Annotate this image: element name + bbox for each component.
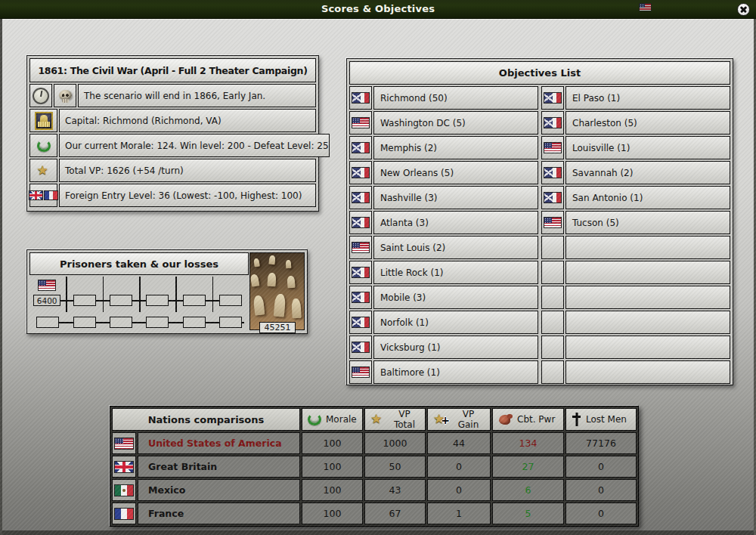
prisoners-value: 6400 xyxy=(33,295,60,306)
scenario-row: Our current Morale: 124. Win level: 200 … xyxy=(29,134,316,157)
csa-flag-icon xyxy=(352,317,370,328)
objective-row[interactable]: Washington DC (5) xyxy=(349,111,538,135)
nation-value: 44 xyxy=(427,432,491,454)
csa-flag-icon xyxy=(352,167,370,178)
close-button[interactable] xyxy=(737,3,750,16)
usa-flag-icon xyxy=(38,280,56,291)
nation-flag-cell xyxy=(112,503,136,524)
objective-row[interactable]: San Antonio (1) xyxy=(541,186,730,209)
nation-value: 100 xyxy=(302,479,363,501)
nation-value: 0 xyxy=(565,479,637,501)
nation-value: 0 xyxy=(565,503,637,524)
objective-row[interactable]: El Paso (1) xyxy=(541,86,730,110)
objective-row[interactable]: Savannah (2) xyxy=(541,161,730,184)
objective-flag-cell xyxy=(541,186,564,209)
objective-flag-cell xyxy=(349,111,372,135)
objectives-columns: Richmond (50)Washington DC (5)Memphis (2… xyxy=(349,86,730,385)
column-header-label: VP Gain xyxy=(451,409,485,430)
objective-row[interactable]: Nashville (3) xyxy=(349,186,538,209)
loss-box xyxy=(183,317,206,328)
objective-label: El Paso (1) xyxy=(565,86,730,110)
nations-header-row: Nations comparisonsMoraleVP TotalVP Gain… xyxy=(112,408,637,431)
objective-label: Nashville (3) xyxy=(373,186,538,209)
loss-box xyxy=(110,295,132,306)
objective-row[interactable]: New Orleans (5) xyxy=(349,161,538,184)
graveyard-image xyxy=(249,252,305,330)
star-plus-icon xyxy=(433,413,447,426)
objective-row[interactable]: Richmond (50) xyxy=(349,86,538,110)
csa-flag-icon xyxy=(352,292,370,303)
nation-value: 27 xyxy=(492,456,564,478)
clock-icon xyxy=(33,88,49,104)
loss-box xyxy=(110,317,132,328)
csa-flag-icon xyxy=(352,142,370,153)
column-header-label: Cbt. Pwr xyxy=(517,414,555,425)
objective-label: Saint Louis (2) xyxy=(373,236,538,259)
usa-flag-icon xyxy=(114,438,134,450)
objective-row xyxy=(541,261,730,284)
objective-label: San Antonio (1) xyxy=(565,186,730,209)
objective-row[interactable]: Louisville (1) xyxy=(541,136,730,159)
loss-box xyxy=(219,317,242,328)
objective-label: Tucson (5) xyxy=(565,211,730,234)
objective-label: Little Rock (1) xyxy=(373,261,538,284)
scenario-icon-cell xyxy=(29,184,57,207)
loss-box xyxy=(36,317,59,328)
nation-row: Great Britain100500270 xyxy=(112,456,637,478)
nation-value: 0 xyxy=(427,479,491,501)
nation-value: 1000 xyxy=(364,432,426,454)
csa-flag-icon xyxy=(544,167,562,178)
objective-row[interactable]: Baltimore (1) xyxy=(349,360,538,384)
objective-flag-cell xyxy=(349,211,372,234)
objective-row[interactable]: Memphis (2) xyxy=(349,136,538,159)
nation-value: 43 xyxy=(364,479,426,501)
objective-row[interactable]: Saint Louis (2) xyxy=(349,236,538,259)
scenario-title: 1861: The Civil War (April - Full 2 Thea… xyxy=(29,58,316,82)
objective-flag-cell xyxy=(541,261,564,284)
grid-line xyxy=(175,277,177,312)
scenario-row-text: Our current Morale: 124. Win level: 200 … xyxy=(59,134,330,157)
objective-row[interactable]: Tucson (5) xyxy=(541,211,730,234)
objective-row[interactable]: Vicksburg (1) xyxy=(349,336,538,359)
losses-diagram: 6400 xyxy=(29,277,249,330)
objectives-title: Objectives List xyxy=(349,61,730,85)
loss-box xyxy=(146,317,169,328)
star-icon xyxy=(370,413,384,426)
nation-value: 77176 xyxy=(565,432,637,454)
objective-row[interactable]: Little Rock (1) xyxy=(349,261,538,284)
objective-row[interactable]: Norfolk (1) xyxy=(349,311,538,334)
objective-row[interactable]: Mobile (3) xyxy=(349,286,538,309)
objective-label xyxy=(565,261,730,284)
nation-value: 100 xyxy=(302,432,363,454)
uk-flag-icon xyxy=(29,190,43,200)
usa-flag-icon xyxy=(352,366,370,378)
objective-flag-cell xyxy=(541,236,564,259)
loss-box xyxy=(73,317,96,328)
star-icon xyxy=(37,164,51,178)
nation-value: 0 xyxy=(427,456,491,478)
objective-label xyxy=(565,360,730,384)
prisoners-panel: Prisoners taken & our losses 6400 45251 xyxy=(26,249,308,334)
column-header-vp-gain: VP Gain xyxy=(427,408,491,431)
laurel-icon xyxy=(37,140,51,152)
grid-line xyxy=(212,277,214,312)
objective-flag-cell xyxy=(349,161,372,184)
nation-flag-cell xyxy=(112,479,136,501)
nation-value: 100 xyxy=(302,503,363,524)
objective-label: Norfolk (1) xyxy=(373,311,538,334)
scenario-row: Total VP: 1626 (+54 /turn) xyxy=(29,159,316,182)
objective-flag-cell xyxy=(349,186,372,209)
objective-flag-cell xyxy=(541,111,564,135)
objectives-panel: Objectives List Richmond (50)Washington … xyxy=(346,58,733,385)
nations-table-title: Nations comparisons xyxy=(112,408,300,431)
scenario-row: Capital: Richmond (Richmond, VA) xyxy=(29,109,316,132)
losses-value: 45251 xyxy=(259,322,296,333)
objective-row[interactable]: Atlanta (3) xyxy=(349,211,538,234)
objective-row xyxy=(541,286,730,309)
dialog-title: Scores & Objectives xyxy=(0,3,756,14)
nation-name: United States of America xyxy=(138,432,300,454)
nation-value: 50 xyxy=(364,456,426,478)
objective-row[interactable]: Charleston (5) xyxy=(541,111,730,135)
nation-row: Mexico10043060 xyxy=(112,479,637,501)
objective-label: Vicksburg (1) xyxy=(373,336,538,359)
